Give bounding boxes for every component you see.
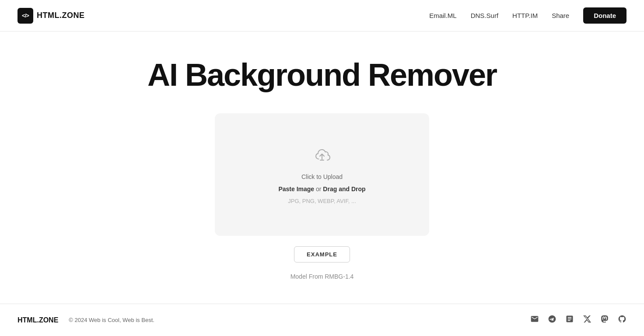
- site-header: </> HTML.ZONE Email.ML DNS.Surf HTTP.IM …: [0, 0, 644, 32]
- site-footer: HTML.ZONE © 2024 Web is Cool, Web is Bes…: [0, 304, 644, 336]
- blog-icon[interactable]: [565, 315, 574, 326]
- example-button[interactable]: EXAMPLE: [294, 246, 350, 262]
- footer-logo: HTML.ZONE: [18, 316, 58, 324]
- logo-icon: </>: [18, 8, 33, 24]
- upload-icon: [312, 145, 332, 168]
- upload-secondary-text: Paste Image or Drag and Drop: [278, 186, 365, 192]
- nav-share[interactable]: Share: [552, 12, 569, 19]
- main-nav: Email.ML DNS.Surf HTTP.IM Share Donate: [429, 7, 626, 24]
- telegram-icon[interactable]: [548, 315, 556, 326]
- email-icon[interactable]: [530, 315, 539, 326]
- nav-dns-surf[interactable]: DNS.Surf: [471, 12, 498, 19]
- upload-primary-text: Click to Upload: [301, 173, 343, 180]
- nav-email-ml[interactable]: Email.ML: [429, 12, 457, 19]
- main-content: AI Background Remover Click to Upload Pa…: [0, 32, 644, 298]
- footer-left: HTML.ZONE © 2024 Web is Cool, Web is Bes…: [18, 316, 154, 324]
- github-icon[interactable]: [618, 315, 626, 326]
- logo-link[interactable]: </> HTML.ZONE: [18, 8, 85, 24]
- footer-copyright: © 2024 Web is Cool, Web is Best.: [69, 317, 154, 323]
- twitter-icon[interactable]: [583, 315, 592, 326]
- nav-http-im[interactable]: HTTP.IM: [512, 12, 538, 19]
- footer-social-icons: [530, 315, 626, 326]
- model-info: Model From RMBG-1.4: [290, 273, 354, 280]
- donate-button[interactable]: Donate: [583, 7, 626, 24]
- upload-formats-text: JPG, PNG, WEBP, AVIF, ...: [288, 198, 356, 204]
- mastodon-icon[interactable]: [600, 315, 609, 326]
- upload-dropzone[interactable]: Click to Upload Paste Image or Drag and …: [215, 113, 429, 236]
- logo-text: HTML.ZONE: [37, 11, 85, 20]
- page-title: AI Background Remover: [147, 58, 497, 92]
